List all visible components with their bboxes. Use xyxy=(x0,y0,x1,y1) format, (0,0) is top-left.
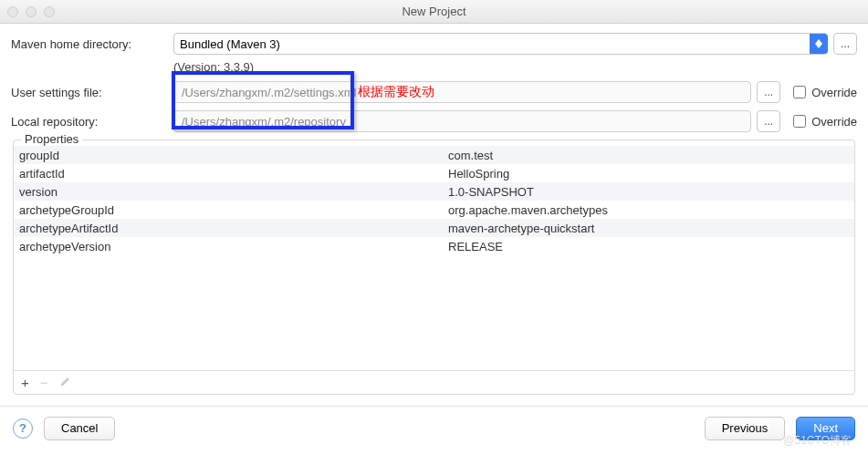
table-row[interactable]: archetypeArtifactIdmaven-archetype-quick… xyxy=(14,219,854,237)
user-settings-input[interactable] xyxy=(173,81,751,103)
user-settings-override[interactable]: Override xyxy=(793,86,857,99)
maven-home-select[interactable]: Bundled (Maven 3) xyxy=(173,33,828,55)
pencil-icon xyxy=(59,375,72,388)
annotation-text: 根据需要改动 xyxy=(358,84,434,100)
override-label: Override xyxy=(811,115,857,129)
edit-property-button[interactable] xyxy=(59,375,72,390)
user-settings-override-checkbox[interactable] xyxy=(793,86,806,98)
user-settings-label: User settings file: xyxy=(11,86,173,99)
property-value: HelloSpring xyxy=(448,167,509,181)
property-value: 1.0-SNAPSHOT xyxy=(448,185,534,199)
help-button[interactable]: ? xyxy=(13,418,33,439)
local-repo-override[interactable]: Override xyxy=(793,115,857,129)
properties-legend: Properties xyxy=(21,132,82,146)
cancel-button[interactable]: Cancel xyxy=(44,417,115,440)
property-value: com.test xyxy=(448,149,493,162)
properties-fieldset: Properties groupIdcom.testartifactIdHell… xyxy=(13,140,855,395)
local-repo-browse-button[interactable]: ... xyxy=(757,110,780,132)
dialog-footer: ? Cancel Previous Next xyxy=(0,406,868,450)
property-key: archetypeVersion xyxy=(19,240,448,253)
override-label: Override xyxy=(811,86,857,99)
property-key: artifactId xyxy=(19,167,448,181)
add-property-button[interactable]: + xyxy=(21,375,29,390)
titlebar: New Project xyxy=(0,0,868,24)
local-repo-label: Local repository: xyxy=(11,115,173,129)
table-row[interactable]: version1.0-SNAPSHOT xyxy=(14,182,854,201)
table-row[interactable]: archetypeVersionRELEASE xyxy=(14,237,854,255)
property-value: RELEASE xyxy=(448,240,503,253)
property-key: groupId xyxy=(19,149,448,162)
local-repo-override-checkbox[interactable] xyxy=(793,115,806,128)
window-title: New Project xyxy=(0,5,868,18)
user-settings-browse-button[interactable]: ... xyxy=(757,81,780,103)
next-button[interactable]: Next xyxy=(796,417,855,440)
local-repo-input[interactable] xyxy=(173,110,751,132)
maven-home-browse-button[interactable]: ... xyxy=(833,33,857,55)
table-row[interactable]: archetypeGroupIdorg.apache.maven.archety… xyxy=(14,201,854,219)
properties-toolbar: + − xyxy=(14,370,854,394)
table-row[interactable]: groupIdcom.test xyxy=(14,146,854,164)
property-key: version xyxy=(19,185,448,199)
property-key: archetypeGroupId xyxy=(19,203,448,217)
remove-property-button[interactable]: − xyxy=(40,375,48,390)
maven-version-text: (Version: 3.3.9) xyxy=(11,60,857,74)
property-key: archetypeArtifactId xyxy=(19,222,448,235)
property-value: org.apache.maven.archetypes xyxy=(448,203,608,217)
property-value: maven-archetype-quickstart xyxy=(448,222,594,235)
maven-home-label: Maven home directory: xyxy=(11,37,173,51)
content-area: Maven home directory: Bundled (Maven 3) … xyxy=(0,24,868,395)
properties-table: groupIdcom.testartifactIdHelloSpringvers… xyxy=(14,146,854,370)
table-row[interactable]: artifactIdHelloSpring xyxy=(14,164,854,182)
previous-button[interactable]: Previous xyxy=(705,417,786,440)
